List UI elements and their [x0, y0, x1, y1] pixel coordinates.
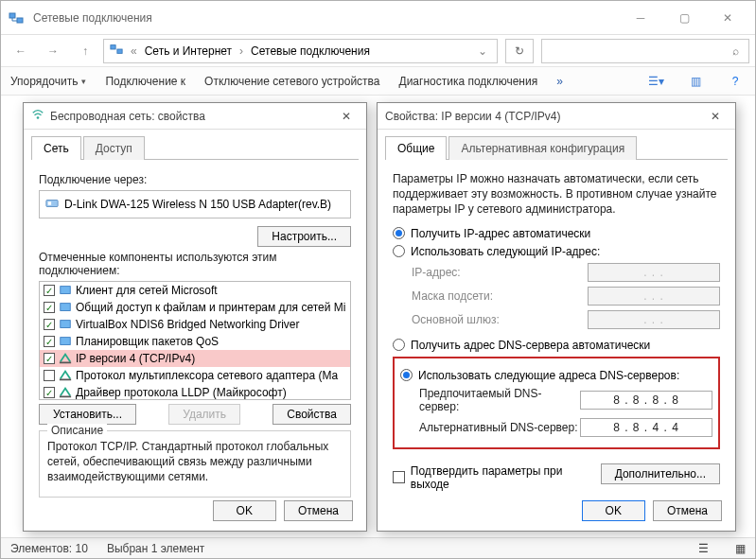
close-icon[interactable]: ✕ [703, 110, 728, 123]
mask-row: Маска подсети: . . . [412, 287, 720, 306]
dropdown-chevron-icon[interactable]: ⌄ [478, 44, 487, 58]
alt-dns-input[interactable]: 8 . 8 . 4 . 4 [580, 418, 712, 437]
overflow-chevron-icon[interactable]: » [556, 75, 563, 88]
radio-ip-manual[interactable]: Использовать следующий IP-адрес: [393, 245, 720, 258]
radio-unselected-icon [393, 245, 405, 257]
radio-unselected-icon [393, 339, 405, 351]
alt-dns-row: Альтернативный DNS-сервер: 8 . 8 . 4 . 4 [419, 418, 712, 437]
tab-network[interactable]: Сеть [31, 136, 81, 160]
up-button[interactable]: ↑ [71, 38, 99, 64]
configure-button[interactable]: Настроить... [257, 226, 351, 247]
svg-rect-8 [61, 304, 71, 311]
svg-point-4 [37, 116, 40, 119]
protocol-icon [59, 369, 72, 382]
breadcrumb-item[interactable]: Сеть и Интернет [145, 44, 232, 58]
radio-dns-manual[interactable]: Использовать следующие адреса DNS-сервер… [400, 369, 712, 382]
properties-button[interactable]: Свойства [273, 404, 351, 425]
svg-rect-1 [17, 18, 23, 23]
checkbox-unchecked[interactable] [393, 471, 405, 483]
close-button[interactable]: ✕ [706, 3, 749, 33]
refresh-button[interactable]: ↻ [505, 39, 534, 63]
diagnose-menu[interactable]: Диагностика подключения [399, 75, 538, 88]
radio-ip-auto[interactable]: Получить IP-адрес автоматически [393, 227, 720, 240]
preview-pane-button[interactable]: ▥ [685, 71, 706, 92]
search-field[interactable]: ⌕ [541, 39, 749, 63]
dialog-titlebar: Свойства: IP версии 4 (TCP/IPv4) ✕ [378, 103, 735, 130]
tab-general[interactable]: Общие [385, 136, 447, 160]
command-bar: Упорядочить▾ Подключение к Отключение се… [1, 67, 755, 96]
alt-dns-label: Альтернативный DNS-сервер: [419, 421, 580, 434]
wireless-icon [31, 108, 44, 124]
checkbox-checked[interactable]: ✓ [44, 285, 55, 296]
breadcrumb-chevron: « [131, 44, 137, 58]
titlebar: Сетевые подключения ─ ▢ ✕ [1, 1, 755, 35]
ip-input: . . . [588, 263, 720, 282]
component-icon [59, 335, 72, 348]
description-text: Протокол TCP/IP. Стандартный протокол гл… [47, 437, 343, 487]
help-button[interactable]: ? [725, 71, 746, 92]
protocol-icon [59, 386, 72, 399]
view-options-button[interactable]: ☰▾ [645, 71, 666, 92]
component-icon [59, 301, 72, 314]
checkbox-checked[interactable]: ✓ [44, 319, 55, 330]
minimize-button[interactable]: ─ [619, 3, 662, 33]
checkbox-checked[interactable]: ✓ [44, 302, 55, 313]
preferred-dns-row: Предпочитаемый DNS-сервер: 8 . 8 . 8 . 8 [419, 387, 712, 413]
tabs: Сеть Доступ [24, 130, 366, 159]
adapter-name: D-Link DWA-125 Wireless N 150 USB Adapte… [64, 198, 331, 211]
ip-label: IP-адрес: [412, 266, 588, 279]
connect-to-menu[interactable]: Подключение к [105, 75, 185, 88]
cancel-button[interactable]: Отмена [284, 500, 353, 521]
checkbox-unchecked[interactable] [44, 370, 55, 381]
cancel-button[interactable]: Отмена [653, 500, 722, 521]
preferred-dns-label: Предпочитаемый DNS-сервер: [419, 387, 580, 413]
address-field[interactable]: « Сеть и Интернет › Сетевые подключения … [103, 39, 498, 63]
breadcrumb-item[interactable]: Сетевые подключения [251, 44, 370, 58]
install-button[interactable]: Установить... [39, 404, 136, 425]
close-icon[interactable]: ✕ [334, 110, 359, 123]
gateway-input: . . . [588, 310, 720, 329]
advanced-button[interactable]: Дополнительно... [601, 463, 720, 484]
remove-button: Удалить [168, 404, 240, 425]
disable-device-menu[interactable]: Отключение сетевого устройства [204, 75, 379, 88]
mask-label: Маска подсети: [412, 289, 588, 303]
dialog-title: Свойства: IP версии 4 (TCP/IPv4) [385, 110, 697, 123]
tab-access[interactable]: Доступ [83, 136, 145, 160]
checkbox-checked[interactable]: ✓ [44, 353, 55, 364]
ok-button[interactable]: OK [582, 500, 645, 521]
svg-rect-3 [117, 49, 122, 53]
ok-button[interactable]: OK [213, 500, 276, 521]
details-view-icon[interactable]: ☰ [698, 542, 709, 555]
tab-alt-config[interactable]: Альтернативная конфигурация [448, 136, 637, 160]
status-bar: Элементов: 10 Выбран 1 элемент ☰ ▦ [1, 537, 755, 558]
component-icon [59, 318, 72, 331]
organize-menu[interactable]: Упорядочить▾ [10, 75, 86, 88]
checkbox-checked[interactable]: ✓ [44, 387, 55, 398]
svg-rect-12 [60, 379, 71, 381]
list-item[interactable]: ✓Клиент для сетей Microsoft [40, 282, 350, 299]
info-text: Параметры IP можно назначать автоматичес… [393, 169, 720, 219]
preferred-dns-input[interactable]: 8 . 8 . 8 . 8 [580, 391, 712, 410]
radio-dns-auto[interactable]: Получить адрес DNS-сервера автоматически [393, 339, 720, 352]
component-icon [59, 284, 72, 297]
list-item[interactable]: ✓Общий доступ к файлам и принтерам для с… [40, 299, 350, 316]
maximize-button[interactable]: ▢ [662, 3, 706, 33]
svg-rect-9 [61, 321, 71, 328]
forward-button[interactable]: → [39, 38, 67, 64]
connect-via-label: Подключение через: [39, 173, 351, 186]
tab-content: Параметры IP можно назначать автоматичес… [385, 159, 728, 500]
chevron-right-icon: › [239, 44, 243, 58]
status-count: Элементов: 10 [10, 542, 88, 555]
list-item[interactable]: Протокол мультиплексора сетевого адаптер… [40, 367, 350, 384]
components-list[interactable]: ✓Клиент для сетей Microsoft ✓Общий досту… [39, 281, 351, 400]
list-item[interactable]: ✓Драйвер протокола LLDP (Майкрософт) [40, 384, 350, 400]
ip-address-row: IP-адрес: . . . [412, 263, 720, 282]
list-item-selected[interactable]: ✓IP версии 4 (TCP/IPv4) [40, 350, 350, 367]
list-item[interactable]: ✓Планировщик пакетов QoS [40, 333, 350, 350]
checkbox-checked[interactable]: ✓ [44, 336, 55, 347]
back-button[interactable]: ← [7, 38, 35, 64]
validate-checkbox-row[interactable]: Подтвердить параметры при выходе [393, 464, 601, 491]
adapter-properties-dialog: Беспроводная сеть: свойства ✕ Сеть Досту… [23, 102, 367, 532]
tiles-view-icon[interactable]: ▦ [735, 542, 746, 555]
list-item[interactable]: ✓VirtualBox NDIS6 Bridged Networking Dri… [40, 316, 350, 333]
